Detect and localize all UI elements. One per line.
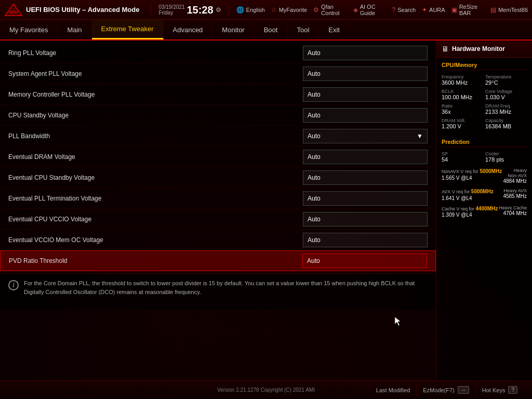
hot-keys-label: Hot Keys	[482, 387, 506, 393]
setting-row-eventual-pll-term[interactable]: Eventual PLL Termination Voltage Auto	[0, 188, 436, 209]
monitor-icon: 🖥	[442, 45, 449, 53]
setting-row-system-agent[interactable]: System Agent PLL Voltage Auto	[0, 63, 436, 84]
setting-row-eventual-cpu-standby[interactable]: Eventual CPU Standby Voltage Auto	[0, 167, 436, 188]
footer-last-modified[interactable]: Last Modified	[369, 385, 416, 395]
value-box-ring-pll[interactable]: Auto	[303, 46, 428, 60]
fan-icon: ⚙	[313, 6, 319, 14]
setting-row-pll-bandwidth[interactable]: PLL Bandwidth Auto ▼	[0, 126, 436, 147]
setting-label-pll-bandwidth: PLL Bandwidth	[8, 132, 303, 140]
menu-main[interactable]: Main	[58, 20, 91, 39]
hw-bclk: BCLK 100.00 MHz	[442, 89, 483, 100]
hw-sp: SP 54	[442, 151, 483, 163]
sp-cooler-grid: SP 54 Cooler 178 pts	[442, 151, 527, 163]
hw-capacity: Capacity 16384 MB	[485, 118, 527, 129]
menu-advanced[interactable]: Advanced	[164, 20, 213, 39]
app-title: UEFI BIOS Utility – Advanced Mode	[26, 6, 139, 14]
hw-dram-volt-value: 1.200 V	[442, 123, 483, 129]
info-icon: i	[8, 280, 19, 290]
hw-frequency-label: Frequency	[442, 74, 483, 79]
menu-advanced-label: Advanced	[173, 26, 203, 34]
menu-my-favorites[interactable]: My Favorites	[0, 20, 58, 39]
hw-dram-volt-label: DRAM Volt.	[442, 118, 483, 123]
description-text: For the Core Domain PLL, the threshold t…	[24, 279, 428, 296]
value-box-mem-ctrl-pll[interactable]: Auto	[303, 87, 428, 102]
setting-value-eventual-cpu-vccio: Auto	[303, 212, 428, 227]
menubar: My Favorites Main Extreme Tweaker Advanc…	[0, 20, 532, 41]
header-divider-2	[229, 5, 229, 15]
avx-block: AVX V req for 5000MHz 1.641 V @L4 Heavy …	[436, 188, 532, 201]
non-avx-right: Heavy Non-AVX 4884 MHz	[503, 168, 527, 184]
hw-dram-freq-value: 2133 MHz	[485, 109, 527, 115]
nav-qfan[interactable]: ⚙ Qfan Control	[313, 4, 347, 16]
menu-extreme-tweaker-label: Extreme Tweaker	[101, 25, 154, 33]
nav-memtest[interactable]: ▤ MemTest86	[490, 6, 528, 14]
time-display: 15:28	[187, 5, 213, 15]
menu-boot[interactable]: Boot	[255, 20, 288, 39]
nav-english[interactable]: 🌐 English	[236, 6, 265, 14]
setting-value-mem-ctrl-pll: Auto	[303, 87, 428, 102]
footer-hot-keys[interactable]: Hot Keys ?	[475, 384, 524, 396]
search-icon: ?	[392, 6, 396, 14]
value-box-eventual-dram[interactable]: Auto	[303, 150, 428, 164]
setting-row-eventual-cpu-vccio[interactable]: Eventual CPU VCCIO Voltage Auto	[0, 209, 436, 230]
hw-core-voltage: Core Voltage 1.030 V	[485, 89, 527, 100]
hw-sp-value: 54	[442, 156, 483, 163]
prediction-title: Prediction	[442, 139, 527, 147]
menu-extreme-tweaker[interactable]: Extreme Tweaker	[92, 20, 164, 39]
non-avx-block: NonAVX V req for 5000MHz 1.565 V @L4 Hea…	[436, 168, 532, 184]
footer-ez-mode[interactable]: EzMode(F7) →	[416, 384, 475, 396]
value-box-system-agent[interactable]: Auto	[303, 66, 428, 81]
menu-exit[interactable]: Exit	[319, 20, 350, 39]
value-box-eventual-cpu-vccio[interactable]: Auto	[303, 212, 428, 227]
setting-label-mem-ctrl-pll: Memory Controller PLL Voltage	[8, 91, 303, 98]
time-settings-icon[interactable]: ⚙	[216, 6, 221, 14]
description-box: i For the Core Domain PLL, the threshold…	[0, 273, 436, 310]
value-box-eventual-vccio-mem[interactable]: Auto	[303, 233, 428, 247]
non-avx-voltage: 1.565 V @L4	[442, 175, 502, 181]
settings-list: Ring PLL Voltage Auto System Agent PLL V…	[0, 41, 436, 273]
setting-row-cpu-standby[interactable]: CPU Standby Voltage Auto	[0, 105, 436, 126]
hw-dram-freq-label: DRAM Freq.	[485, 103, 527, 109]
menu-tool[interactable]: Tool	[287, 20, 319, 39]
setting-row-mem-ctrl-pll[interactable]: Memory Controller PLL Voltage Auto	[0, 84, 436, 105]
menu-monitor[interactable]: Monitor	[212, 20, 254, 39]
setting-row-pvd-ratio[interactable]: PVD Ratio Threshold Auto	[0, 250, 436, 271]
avx-label: AVX V req for 5000MHz	[442, 188, 494, 195]
hw-core-voltage-value: 1.030 V	[485, 94, 527, 100]
last-modified-label: Last Modified	[376, 387, 410, 393]
nav-resizebar[interactable]: ▣ ReSize BAR	[451, 4, 485, 16]
non-avx-row: NonAVX V req for 5000MHz 1.565 V @L4 Hea…	[442, 168, 527, 184]
value-box-eventual-pll-term[interactable]: Auto	[303, 191, 428, 206]
value-box-pll-bandwidth[interactable]: Auto ▼	[303, 129, 428, 143]
value-box-cpu-standby[interactable]: Auto	[303, 108, 428, 123]
nav-search[interactable]: ? Search	[392, 6, 416, 14]
setting-row-eventual-dram[interactable]: Eventual DRAM Voltage Auto	[0, 147, 436, 167]
nav-myfavorite[interactable]: ☆ MyFavorite	[271, 6, 307, 14]
non-avx-left: NonAVX V req for 5000MHz 1.565 V @L4	[442, 168, 502, 181]
main-panel: Ring PLL Voltage Auto System Agent PLL V…	[0, 41, 436, 380]
setting-value-eventual-cpu-standby: Auto	[303, 170, 428, 185]
setting-value-pvd-ratio: Auto	[302, 254, 427, 268]
hw-bclk-value: 100.00 MHz	[442, 94, 483, 100]
value-box-pvd-ratio[interactable]: Auto	[302, 254, 427, 268]
cache-block: Cache V req for 4400MHz 1.309 V @L4 Heav…	[436, 205, 532, 218]
menu-monitor-label: Monitor	[222, 26, 244, 34]
cache-row: Cache V req for 4400MHz 1.309 V @L4 Heav…	[442, 205, 527, 218]
nav-aioc-label: AI OC Guide	[360, 4, 386, 16]
avx-right: Heavy AVX 4585 MHz	[503, 188, 527, 199]
non-avx-heavy-label: Heavy	[503, 168, 527, 173]
setting-label-eventual-cpu-standby: Eventual CPU Standby Voltage	[8, 174, 303, 181]
avx-voltage: 1.641 V @L4	[442, 195, 494, 201]
setting-row-eventual-vccio-mem[interactable]: Eventual VCCIO Mem OC Voltage Auto	[0, 230, 436, 250]
aura-icon: ✦	[422, 6, 427, 14]
hw-ratio-value: 36x	[442, 109, 483, 115]
setting-row-ring-pll[interactable]: Ring PLL Voltage Auto	[0, 43, 436, 63]
date-display: 03/19/2021	[158, 4, 184, 10]
hardware-monitor-panel: 🖥 Hardware Monitor CPU/Memory Frequency …	[436, 41, 532, 380]
nav-aioc[interactable]: ◈ AI OC Guide	[353, 4, 386, 16]
nav-aura[interactable]: ✦ AURA	[422, 6, 445, 14]
resize-icon: ▣	[451, 6, 457, 14]
hot-keys-question-icon: ?	[508, 386, 517, 394]
star-icon: ☆	[271, 6, 277, 14]
value-box-eventual-cpu-standby[interactable]: Auto	[303, 170, 428, 185]
